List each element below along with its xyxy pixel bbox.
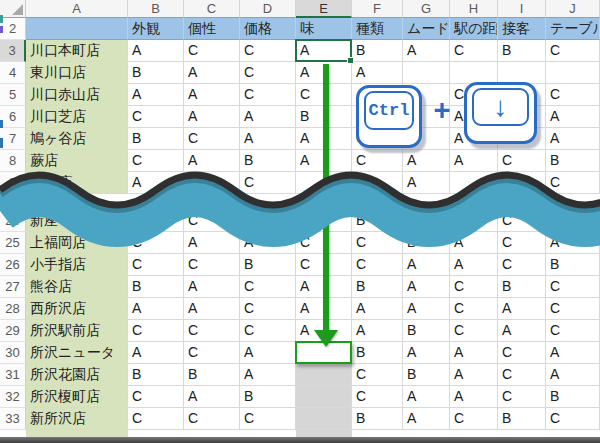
cell[interactable]: B (498, 40, 546, 62)
cell[interactable]: C (546, 276, 600, 298)
cell[interactable]: B (498, 408, 546, 430)
cell[interactable]: C (128, 254, 184, 276)
cell[interactable] (296, 342, 352, 364)
cell-store[interactable]: 蕨店 (26, 150, 128, 172)
cell-store[interactable]: 川口芝店 (26, 106, 128, 128)
cell-store[interactable]: 上福岡店 (26, 232, 128, 254)
cell-store[interactable]: 所沢ニュータ (26, 342, 128, 364)
cell[interactable]: A (240, 128, 296, 150)
cell[interactable]: A (296, 298, 352, 320)
cell[interactable]: C (240, 84, 296, 106)
row-header-26[interactable]: 26 (0, 254, 26, 276)
cell[interactable] (296, 408, 352, 430)
row-header-8[interactable]: 8 (0, 150, 26, 172)
cell[interactable]: A (184, 276, 240, 298)
cell[interactable]: B (403, 364, 450, 386)
cell-store[interactable]: 店 (26, 172, 128, 194)
cell[interactable]: C (546, 84, 600, 106)
cell[interactable]: A (128, 342, 184, 364)
cell[interactable]: A (184, 106, 240, 128)
cell[interactable]: C (184, 320, 240, 342)
cell[interactable]: C (498, 386, 546, 408)
cell[interactable]: A (546, 232, 600, 254)
cell[interactable]: A (240, 342, 296, 364)
cell[interactable]: A (546, 128, 600, 150)
cell[interactable]: C (128, 408, 184, 430)
cell-store[interactable]: 所沢榎町店 (26, 386, 128, 408)
cell[interactable]: C (498, 150, 546, 172)
row-header-6[interactable]: 6 (0, 106, 26, 128)
cell[interactable]: C (184, 210, 240, 232)
cell[interactable]: A (352, 298, 403, 320)
cell[interactable]: C (296, 254, 352, 276)
cell[interactable] (128, 210, 184, 232)
cell[interactable] (296, 172, 352, 194)
cell-store[interactable]: 新所沢店 (26, 408, 128, 430)
cell[interactable]: A (296, 40, 352, 62)
cell[interactable]: A (450, 254, 498, 276)
cell[interactable]: B (546, 254, 600, 276)
cell[interactable]: C (352, 364, 403, 386)
cell[interactable]: A (128, 84, 184, 106)
cell[interactable]: C (184, 408, 240, 430)
cell[interactable]: A (450, 232, 498, 254)
column-header-J[interactable]: J (546, 0, 600, 18)
cell[interactable]: B (296, 106, 352, 128)
row-header-5[interactable]: 5 (0, 84, 26, 106)
cell[interactable]: A (546, 364, 600, 386)
cell-store[interactable]: 西所沢店 (26, 298, 128, 320)
cell[interactable]: C (352, 386, 403, 408)
cell[interactable]: A (184, 386, 240, 408)
cell[interactable]: C (450, 408, 498, 430)
cell[interactable]: B (240, 254, 296, 276)
cell[interactable]: A (403, 150, 450, 172)
cell[interactable] (184, 172, 240, 194)
cell[interactable]: A (184, 84, 240, 106)
row-header-32[interactable]: 32 (0, 386, 26, 408)
cell[interactable]: C (296, 232, 352, 254)
cell[interactable]: A (450, 386, 498, 408)
cell[interactable]: A (450, 150, 498, 172)
cell[interactable]: A (403, 386, 450, 408)
cell[interactable]: B (546, 386, 600, 408)
cell[interactable]: C (240, 40, 296, 62)
cell[interactable]: A (403, 298, 450, 320)
cell[interactable]: A (184, 298, 240, 320)
cell[interactable]: C (450, 320, 498, 342)
cell-store[interactable]: 鳩ヶ谷店 (26, 128, 128, 150)
cell[interactable]: A (296, 62, 352, 84)
cell[interactable]: B (352, 408, 403, 430)
cell[interactable]: B (403, 320, 450, 342)
cell[interactable] (403, 62, 450, 84)
cell[interactable]: A (403, 342, 450, 364)
cell[interactable]: A (403, 254, 450, 276)
row-header-9[interactable]: 9 (0, 172, 26, 194)
cell[interactable]: B (128, 62, 184, 84)
cell[interactable]: B (184, 364, 240, 386)
cell[interactable]: C (128, 320, 184, 342)
cell[interactable]: C (450, 276, 498, 298)
column-header-D[interactable]: D (240, 0, 296, 18)
cell[interactable]: C (498, 232, 546, 254)
cell[interactable]: A (403, 276, 450, 298)
cell[interactable]: A (546, 106, 600, 128)
cell[interactable]: C (546, 408, 600, 430)
cell[interactable]: C (240, 298, 296, 320)
cell[interactable]: C (546, 40, 600, 62)
cell[interactable]: A (546, 342, 600, 364)
row-header-27[interactable]: 27 (0, 276, 26, 298)
cell[interactable]: C (498, 364, 546, 386)
cell[interactable]: B (352, 342, 403, 364)
cell[interactable] (403, 210, 450, 232)
cell[interactable]: C (128, 232, 184, 254)
cell[interactable] (498, 62, 546, 84)
cell[interactable] (450, 62, 498, 84)
row-header-2[interactable]: 2 (0, 18, 26, 40)
cell[interactable] (296, 210, 352, 232)
cell[interactable]: A (498, 320, 546, 342)
cell-store[interactable]: 所沢駅前店 (26, 320, 128, 342)
cell[interactable]: A (403, 172, 450, 194)
cell[interactable]: C (546, 172, 600, 194)
cell[interactable]: A (184, 62, 240, 84)
cell[interactable]: B (240, 150, 296, 172)
